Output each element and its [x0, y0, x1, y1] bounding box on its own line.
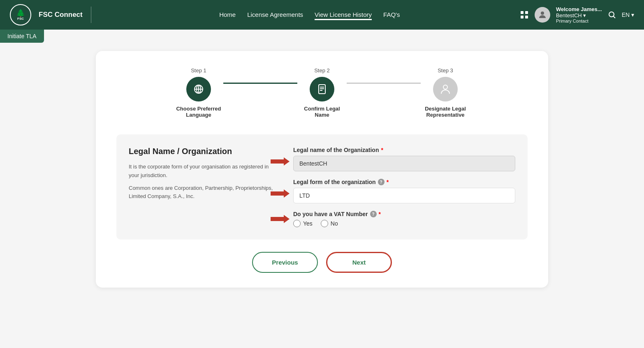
nav-item-home[interactable]: Home [219, 11, 236, 18]
svg-line-6 [613, 16, 615, 18]
navbar-right: Welcome James... BentestCH ▾ Primary Con… [520, 6, 634, 23]
nav-links: Home License Agreements View License His… [100, 11, 520, 18]
initiate-tla-badge[interactable]: Initiate TLA [0, 30, 44, 43]
vat-radio-group: Yes No [293, 220, 515, 227]
svg-rect-2 [521, 16, 524, 18]
arrow-org-form [271, 189, 290, 198]
connector-1 [223, 83, 297, 84]
help-icon-vat[interactable]: ? [370, 211, 377, 217]
svg-marker-16 [271, 157, 290, 166]
svg-rect-0 [521, 11, 524, 14]
svg-point-4 [541, 12, 544, 15]
step-1-label-top: Step 1 [191, 67, 206, 74]
form-description-1: It is the corporate form of your organis… [129, 163, 277, 180]
vat-no-option[interactable]: No [321, 220, 338, 227]
form-description: Legal Name / Organization It is the corp… [129, 147, 277, 227]
step-3-label-top: Step 3 [438, 67, 453, 74]
user-welcome: Welcome James... [556, 6, 602, 12]
form-section-title: Legal Name / Organization [129, 147, 277, 156]
avatar[interactable] [535, 7, 550, 23]
step-1-label: Choose Preferred Language [174, 106, 223, 118]
main-content: Step 1 Choose Preferred Language Step 2 [0, 43, 644, 300]
required-marker-2: * [387, 179, 389, 185]
user-role: Primary Contact [556, 18, 602, 23]
previous-button[interactable]: Previous [252, 252, 318, 273]
step-2-label: Confirm Legal Name [297, 106, 347, 118]
grid-icon-button[interactable] [520, 10, 529, 19]
nav-item-view-license-history[interactable]: View License History [315, 11, 372, 18]
form-fields: Legal name of the Organization * Legal f… [293, 147, 515, 227]
step-2-circle [310, 77, 334, 101]
arrow-org-name [271, 157, 290, 166]
required-marker-3: * [379, 211, 381, 217]
field-vat-number: Do you have a VAT Number ? * Yes No [293, 211, 515, 227]
brand-name: FSC Connect [39, 11, 83, 19]
step-3-label: Designate Legal Representative [421, 106, 470, 118]
language-button[interactable]: EN ▾ [622, 12, 634, 18]
next-button[interactable]: Next [326, 252, 392, 273]
stepper: Step 1 Choose Preferred Language Step 2 [116, 67, 528, 118]
required-marker-1: * [381, 147, 383, 153]
svg-marker-18 [271, 215, 290, 223]
help-icon-org-form[interactable]: ? [378, 179, 385, 185]
form-section: Legal Name / Organization It is the corp… [116, 134, 528, 240]
org-form-label: Legal form of the organization ? * [293, 179, 515, 185]
navbar: 🌲 FSC FSC Connect Home License Agreement… [0, 0, 644, 30]
step-3-circle [433, 77, 458, 101]
logo-container: 🌲 FSC FSC Connect [10, 4, 83, 25]
field-org-name: Legal name of the Organization * [293, 147, 515, 171]
user-account[interactable]: BentestCH ▾ [556, 12, 602, 18]
org-name-input[interactable] [293, 156, 515, 171]
nav-divider [91, 7, 91, 23]
fsc-logo: 🌲 FSC [10, 4, 31, 25]
svg-rect-1 [525, 11, 528, 14]
fsc-text: FSC [17, 17, 24, 21]
vat-label: Do you have a VAT Number ? * [293, 211, 515, 217]
form-description-2: Common ones are Corporation, Partnership… [129, 184, 277, 201]
main-card: Step 1 Choose Preferred Language Step 2 [96, 51, 548, 288]
step-2-label-top: Step 2 [314, 67, 330, 74]
user-info: Welcome James... BentestCH ▾ Primary Con… [556, 6, 602, 23]
vat-yes-radio[interactable] [293, 220, 301, 227]
step-1-circle [186, 77, 211, 101]
tree-icon: 🌲 [16, 9, 25, 17]
svg-point-15 [443, 85, 447, 89]
field-org-form: Legal form of the organization ? * [293, 179, 515, 203]
nav-item-faqs[interactable]: FAQ's [383, 11, 400, 18]
svg-point-5 [609, 12, 614, 17]
arrow-vat [271, 215, 290, 223]
nav-item-license-agreements[interactable]: License Agreements [247, 11, 303, 18]
step-3: Step 3 Designate Legal Representative [421, 67, 470, 118]
svg-marker-17 [271, 189, 290, 198]
footer-buttons: Previous Next [116, 252, 528, 273]
org-name-label: Legal name of the Organization * [293, 147, 515, 153]
org-form-input[interactable] [293, 188, 515, 203]
vat-yes-option[interactable]: Yes [293, 220, 313, 227]
step-1: Step 1 Choose Preferred Language [174, 67, 223, 118]
search-icon-button[interactable] [608, 11, 616, 19]
vat-no-radio[interactable] [321, 220, 328, 227]
step-2: Step 2 Confirm Legal Name [297, 67, 347, 118]
svg-rect-3 [525, 16, 528, 18]
connector-2 [347, 83, 421, 84]
